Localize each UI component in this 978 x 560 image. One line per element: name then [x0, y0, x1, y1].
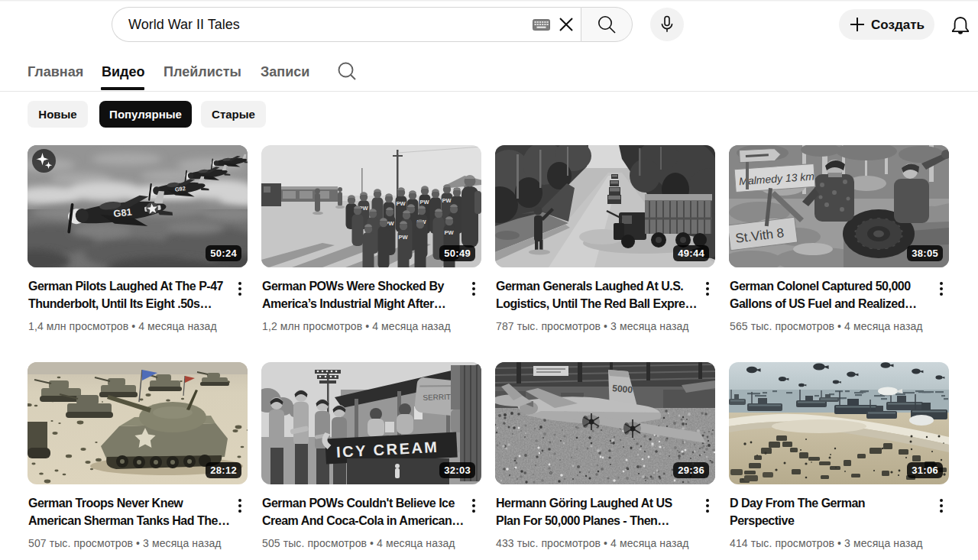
svg-text:PW: PW — [399, 234, 409, 241]
svg-text:PW: PW — [445, 229, 455, 236]
svg-text:5000: 5000 — [612, 383, 633, 395]
svg-text:G92: G92 — [174, 185, 186, 193]
svg-text:PW: PW — [420, 199, 430, 206]
svg-text:PW: PW — [397, 200, 406, 207]
svg-text:SERRITT: SERRITT — [423, 393, 455, 402]
svg-text:G81: G81 — [113, 206, 133, 219]
svg-text:PW: PW — [442, 197, 452, 204]
